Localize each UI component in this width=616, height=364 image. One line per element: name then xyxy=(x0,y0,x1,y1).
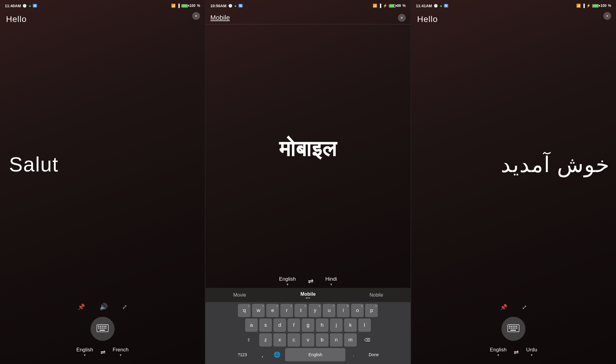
key-c[interactable]: c xyxy=(288,333,300,347)
pin-icon[interactable]: 📌 xyxy=(78,303,85,310)
svg-rect-7 xyxy=(100,328,101,329)
left-swap-icon[interactable]: ⇌ xyxy=(100,348,106,356)
left-status-bar: 11:40AM 🕐 ● N 📶 ▐ 100% xyxy=(0,0,205,11)
mid-swap-icon[interactable]: ⇌ xyxy=(308,277,313,285)
key-j[interactable]: j xyxy=(330,319,343,332)
right-expand-icon[interactable]: ⤢ xyxy=(522,304,527,311)
left-lang-to-arrow: ▼ xyxy=(119,353,122,357)
mid-status-left: 10:50AM 🕐 ● N xyxy=(210,4,242,8)
key-shift[interactable]: ⇧ xyxy=(240,333,258,347)
mid-bolt-icon: ⚡ xyxy=(383,4,387,8)
mid-lang-from[interactable]: English ▼ xyxy=(279,276,296,286)
left-lang-to-label: French xyxy=(113,347,129,353)
svg-rect-18 xyxy=(509,328,510,329)
left-status-right: 📶 ▐ 100% xyxy=(171,4,200,8)
svg-rect-20 xyxy=(513,328,514,329)
key-b[interactable]: b xyxy=(316,333,328,347)
mid-status-bar: 10:50AM 🕐 ● N 📶 ▐ ⚡ 89% xyxy=(205,0,410,11)
mid-lang-to[interactable]: Hindi ▼ xyxy=(325,276,337,286)
right-action-icons: 📌 ⤢ xyxy=(500,304,527,311)
left-time: 11:40AM xyxy=(5,4,21,8)
right-status-bar: 11:41AM 🕐 ● N 📶 ▐ ⚡ 100% xyxy=(411,0,616,11)
right-translation-text: خوش آمدید xyxy=(420,152,610,177)
svg-rect-21 xyxy=(514,328,516,329)
left-lang-from-label: English xyxy=(76,347,93,353)
key-r[interactable]: 4r xyxy=(280,304,293,317)
mid-signal-icon: ▐ xyxy=(379,4,381,8)
svg-rect-17 xyxy=(516,326,517,327)
key-period[interactable]: . xyxy=(347,348,360,361)
keyboard: 1q 2w 3e 4r 5t 6y 7u 8i 9o 0p a s d f g … xyxy=(205,302,410,364)
key-k[interactable]: k xyxy=(344,319,357,332)
suggestion-movie[interactable]: Movie xyxy=(205,291,274,299)
key-backspace[interactable]: ⌫ xyxy=(358,333,376,347)
key-h[interactable]: h xyxy=(316,319,328,332)
right-status-right: 📶 ▐ ⚡ 100% xyxy=(576,4,611,8)
key-m[interactable]: m xyxy=(344,333,357,347)
suggestions-bar: Movie Mobile Nobile xyxy=(205,288,410,302)
key-o[interactable]: 9o xyxy=(351,304,364,317)
key-f[interactable]: f xyxy=(288,319,300,332)
key-comma[interactable]: , xyxy=(256,348,269,361)
alarm-icon: 🕐 xyxy=(23,4,27,8)
signal-icon: ▐ xyxy=(177,4,180,8)
mid-input-word[interactable]: Mobile xyxy=(210,14,398,22)
svg-rect-8 xyxy=(102,328,103,329)
key-t[interactable]: 5t xyxy=(294,304,307,317)
suggestion-mobile[interactable]: Mobile xyxy=(274,290,342,300)
key-e[interactable]: 3e xyxy=(266,304,279,317)
key-z[interactable]: z xyxy=(259,333,272,347)
key-p[interactable]: 0p xyxy=(365,304,378,317)
key-q[interactable]: 1q xyxy=(238,304,251,317)
key-u[interactable]: 7u xyxy=(323,304,335,317)
right-panel: 11:41AM 🕐 ● N 📶 ▐ ⚡ 100% × Hello خوش آمد… xyxy=(411,0,616,364)
kb-row-1: 1q 2w 3e 4r 5t 6y 7u 8i 9o 0p xyxy=(207,304,409,317)
expand-icon[interactable]: ⤢ xyxy=(122,303,127,310)
right-battery-pct: 100 xyxy=(600,4,606,8)
keyboard-icon xyxy=(97,324,109,333)
svg-rect-14 xyxy=(511,326,512,327)
key-num[interactable]: ?123 xyxy=(230,348,254,361)
right-lang-from-label: English xyxy=(490,347,507,353)
svg-rect-23 xyxy=(510,330,516,331)
key-v[interactable]: v xyxy=(302,333,314,347)
right-close-button[interactable]: × xyxy=(603,12,611,20)
key-x[interactable]: x xyxy=(273,333,286,347)
mid-translation-text: मोबाइल xyxy=(279,136,337,162)
key-d[interactable]: d xyxy=(273,319,286,332)
right-alarm-icon: 🕐 xyxy=(434,4,438,8)
svg-rect-1 xyxy=(98,326,99,327)
right-lang-to[interactable]: Urdu ▼ xyxy=(526,347,537,357)
key-s[interactable]: s xyxy=(259,319,272,332)
right-input-word[interactable]: Hello xyxy=(417,14,610,24)
left-lang-from[interactable]: English ▼ xyxy=(76,347,93,357)
volume-icon[interactable]: 🔊 xyxy=(100,303,108,311)
left-translation-area: Salut xyxy=(6,25,199,303)
key-l[interactable]: l xyxy=(358,319,371,332)
mid-close-button[interactable]: × xyxy=(398,14,406,22)
key-done[interactable]: Done xyxy=(362,348,386,361)
left-keyboard-button[interactable] xyxy=(91,317,115,341)
right-pin-icon[interactable]: 📌 xyxy=(500,304,507,311)
key-g[interactable]: g xyxy=(302,319,314,332)
mid-whatsapp-icon: ● xyxy=(234,4,237,8)
key-a[interactable]: a xyxy=(245,319,258,332)
right-signal-icon: ▐ xyxy=(582,4,585,8)
key-y[interactable]: 6y xyxy=(309,304,321,317)
mid-lang-to-label: Hindi xyxy=(325,276,337,282)
left-lang-to[interactable]: French ▼ xyxy=(113,347,129,357)
key-n[interactable]: n xyxy=(330,333,343,347)
right-lang-from[interactable]: English ▼ xyxy=(490,347,507,357)
key-spacebar[interactable]: English xyxy=(285,348,345,361)
key-i[interactable]: 8i xyxy=(337,304,350,317)
key-globe[interactable]: 🌐 xyxy=(270,348,284,361)
left-translation-text: Salut xyxy=(9,153,59,176)
left-bottom-controls: 📌 🔊 ⤢ xyxy=(0,303,205,364)
suggestion-nobile[interactable]: Nobile xyxy=(342,291,411,299)
mid-input-bar[interactable]: Mobile × xyxy=(205,11,410,24)
right-keyboard-button[interactable] xyxy=(501,317,525,341)
right-swap-icon[interactable]: ⇌ xyxy=(514,348,519,356)
key-w[interactable]: 2w xyxy=(252,304,265,317)
left-input-word[interactable]: Hello xyxy=(6,14,199,24)
left-status-left: 11:40AM 🕐 ● N xyxy=(5,4,37,8)
